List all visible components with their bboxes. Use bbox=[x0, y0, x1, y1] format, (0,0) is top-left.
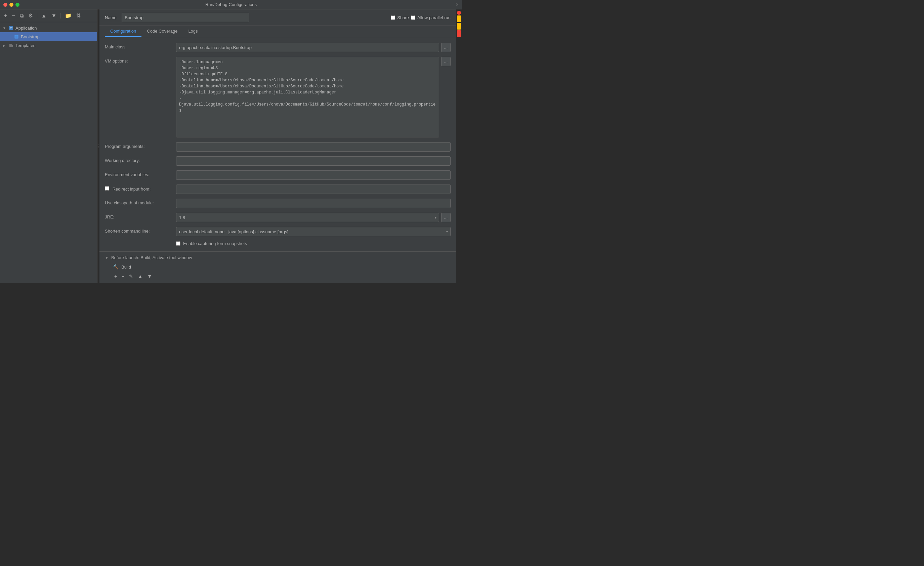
classpath-input[interactable] bbox=[176, 199, 451, 208]
redirect-row: Redirect input from: bbox=[105, 185, 451, 194]
folder-button[interactable]: 📁 bbox=[63, 12, 73, 20]
window-title: Run/Debug Configurations bbox=[205, 2, 257, 7]
build-icon: 🔨 bbox=[113, 264, 118, 270]
bootstrap-tree-item[interactable]: Bootstrap bbox=[0, 32, 97, 41]
move-up-button[interactable]: ▲ bbox=[40, 12, 48, 20]
close-button[interactable] bbox=[3, 3, 8, 7]
main-layout: + − ⧉ ⚙ ▲ ▼ 📁 ⇅ ▼ bbox=[0, 9, 462, 283]
application-tree-item[interactable]: ▼ Application bbox=[0, 24, 97, 32]
jre-label: JRE: bbox=[105, 213, 172, 219]
before-launch-title: Before launch: Build, Activate tool wind… bbox=[111, 255, 192, 260]
enable-snapshots-label: Enable capturing form snapshots bbox=[183, 241, 247, 246]
jre-select-wrap: 1.8 ▾ bbox=[176, 213, 439, 222]
name-label: Name: bbox=[105, 15, 118, 20]
tab-logs[interactable]: Logs bbox=[183, 26, 203, 37]
program-args-label: Program arguments: bbox=[105, 142, 172, 149]
build-item: 🔨 Build bbox=[105, 263, 451, 271]
env-vars-label: Environment variables: bbox=[105, 170, 172, 177]
jre-controls: 1.8 ▾ ... bbox=[176, 213, 451, 222]
vm-options-controls: ... bbox=[176, 57, 451, 137]
svg-rect-2 bbox=[10, 28, 12, 29]
shorten-cmd-select[interactable]: user-local default: none - java [options… bbox=[176, 227, 451, 236]
application-label: Application bbox=[15, 26, 37, 31]
config-content: Main class: ... VM options: ... Progra bbox=[99, 37, 456, 251]
working-dir-controls bbox=[176, 156, 451, 166]
redirect-input[interactable] bbox=[176, 185, 451, 194]
gutter-error-marker bbox=[457, 11, 461, 15]
before-launch-down-button[interactable]: ▼ bbox=[146, 273, 153, 280]
before-launch-add-button[interactable]: + bbox=[113, 273, 118, 280]
tab-code-coverage[interactable]: Code Coverage bbox=[141, 26, 183, 37]
classpath-label: Use classpath of module: bbox=[105, 199, 172, 206]
config-tree: ▼ Application bbox=[0, 22, 97, 283]
before-launch-up-button[interactable]: ▲ bbox=[136, 273, 144, 280]
sidebar-toolbar: + − ⧉ ⚙ ▲ ▼ 📁 ⇅ bbox=[0, 9, 97, 22]
redirect-checkbox[interactable] bbox=[105, 186, 109, 191]
add-config-button[interactable]: + bbox=[3, 12, 8, 20]
templates-icon bbox=[8, 42, 14, 48]
sort-button[interactable]: ⇅ bbox=[75, 12, 82, 20]
before-launch-edit-button[interactable]: ✎ bbox=[128, 273, 134, 280]
templates-arrow: ▶ bbox=[3, 44, 8, 47]
vm-options-textarea[interactable] bbox=[176, 57, 439, 137]
sidebar: + − ⧉ ⚙ ▲ ▼ 📁 ⇅ ▼ bbox=[0, 9, 98, 283]
before-launch-header[interactable]: ▼ Before launch: Build, Activate tool wi… bbox=[105, 255, 451, 260]
env-vars-input[interactable] bbox=[176, 170, 451, 180]
main-class-controls: ... bbox=[176, 43, 451, 52]
close-dialog-button[interactable]: × bbox=[456, 2, 459, 8]
vm-options-row: VM options: ... bbox=[105, 57, 451, 137]
tabs-bar: Configuration Code Coverage Logs bbox=[99, 26, 456, 37]
build-label: Build bbox=[121, 264, 131, 270]
program-args-input[interactable] bbox=[176, 142, 451, 152]
templates-label: Templates bbox=[15, 43, 35, 48]
enable-snapshots-checkbox[interactable] bbox=[176, 241, 180, 246]
main-class-row: Main class: ... bbox=[105, 43, 451, 52]
tab-configuration[interactable]: Configuration bbox=[105, 26, 141, 37]
shorten-cmd-label: Shorten command line: bbox=[105, 227, 172, 234]
name-row: Name: Share Allow parallel run bbox=[99, 9, 456, 26]
right-gutter bbox=[456, 9, 462, 283]
program-args-row: Program arguments: bbox=[105, 142, 451, 152]
jre-row: JRE: 1.8 ▾ ... bbox=[105, 213, 451, 222]
name-input[interactable] bbox=[122, 13, 249, 22]
jre-browse-button[interactable]: ... bbox=[441, 213, 451, 222]
main-class-browse-button[interactable]: ... bbox=[441, 43, 451, 52]
bootstrap-icon bbox=[14, 34, 20, 40]
working-dir-input[interactable] bbox=[176, 156, 451, 166]
titlebar: Run/Debug Configurations × bbox=[0, 0, 462, 9]
env-vars-row: Environment variables: bbox=[105, 170, 451, 180]
maximize-button[interactable] bbox=[15, 3, 20, 7]
right-panel: Name: Share Allow parallel run Configura… bbox=[99, 9, 456, 283]
before-launch-toolbar: + − ✎ ▲ ▼ bbox=[105, 273, 451, 280]
allow-parallel-checkbox[interactable] bbox=[411, 15, 415, 20]
svg-rect-1 bbox=[10, 27, 12, 27]
remove-config-button[interactable]: − bbox=[10, 12, 16, 20]
move-down-button[interactable]: ▼ bbox=[50, 12, 58, 20]
templates-tree-item[interactable]: ▶ Templates bbox=[0, 41, 97, 50]
enable-snapshots-row: Enable capturing form snapshots bbox=[105, 241, 451, 246]
vm-options-label: VM options: bbox=[105, 57, 172, 63]
copy-config-button[interactable]: ⧉ bbox=[18, 12, 25, 20]
jre-select[interactable]: 1.8 bbox=[176, 213, 439, 222]
before-launch-remove-button[interactable]: − bbox=[120, 273, 126, 280]
allow-parallel-label: Allow parallel run bbox=[417, 15, 451, 20]
before-launch-section: ▼ Before launch: Build, Activate tool wi… bbox=[99, 251, 456, 283]
application-icon bbox=[8, 25, 14, 31]
classpath-controls bbox=[176, 199, 451, 208]
share-checkbox[interactable] bbox=[391, 15, 395, 20]
vm-options-browse-button[interactable]: ... bbox=[441, 57, 451, 66]
toolbar-separator-2 bbox=[60, 13, 61, 18]
main-class-input[interactable] bbox=[176, 43, 439, 52]
bootstrap-label: Bootstrap bbox=[21, 34, 40, 39]
program-args-controls bbox=[176, 142, 451, 152]
gutter-warning-bar-2 bbox=[457, 23, 461, 30]
gutter-error-bar bbox=[457, 30, 461, 37]
window-controls bbox=[3, 3, 20, 7]
settings-button[interactable]: ⚙ bbox=[27, 12, 34, 20]
minimize-button[interactable] bbox=[9, 3, 14, 7]
share-label: Share bbox=[397, 15, 409, 20]
redirect-controls bbox=[176, 185, 451, 194]
share-group: Share Allow parallel run bbox=[391, 15, 451, 20]
gutter-warning-bar bbox=[457, 15, 461, 22]
shorten-cmd-controls: user-local default: none - java [options… bbox=[176, 227, 451, 236]
